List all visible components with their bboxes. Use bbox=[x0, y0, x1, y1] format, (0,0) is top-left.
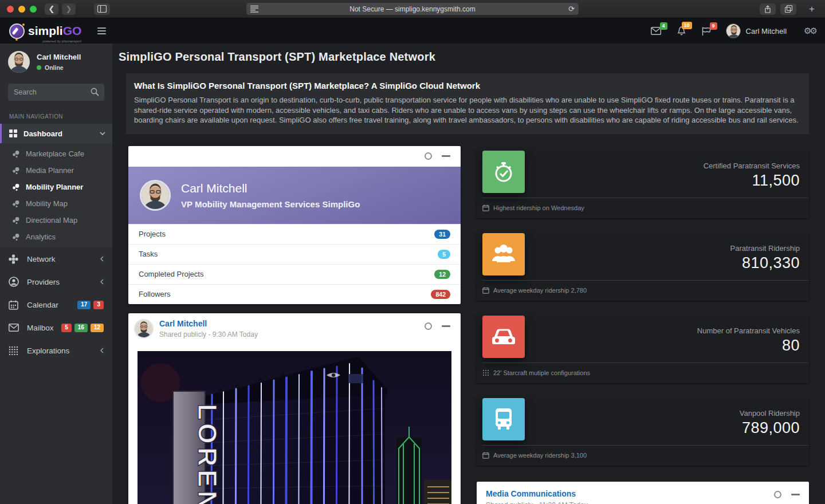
calendar-badge: 3 bbox=[93, 301, 104, 309]
close-window-button[interactable] bbox=[7, 6, 14, 13]
page-title: SimpliGO Personal Transport (SPT) Market… bbox=[119, 50, 809, 64]
sidebar-item-mailbox[interactable]: Mailbox 5 16 12 bbox=[0, 316, 112, 339]
stat-label: Number of Paratransit Vehicles bbox=[486, 326, 800, 335]
chevron-left-icon bbox=[100, 256, 104, 262]
brand-logo[interactable]: simpliGO powered by phptransport bbox=[9, 23, 81, 39]
sidebar-item-network[interactable]: Network bbox=[0, 247, 112, 270]
profile-stat-row[interactable]: Completed Projects 12 bbox=[128, 264, 461, 284]
mailbox-badge: 12 bbox=[91, 324, 104, 332]
reload-icon[interactable]: ⟳ bbox=[568, 5, 575, 13]
sidebar-item-mobility-planner[interactable]: Mobility Planner bbox=[0, 179, 112, 195]
forward-button[interactable]: ❯ bbox=[62, 3, 76, 15]
bus-icon bbox=[482, 398, 525, 440]
tabs-overview-button[interactable] bbox=[780, 3, 796, 15]
sidebar-icon bbox=[97, 5, 107, 13]
online-status-dot bbox=[37, 65, 41, 70]
sidebar-item-providers[interactable]: Providers bbox=[0, 270, 112, 293]
stat-label: Certified Paratransit Services bbox=[486, 162, 800, 170]
dashboard-submenu: Marketplace Cafe Media Planner Mobility … bbox=[0, 143, 112, 247]
card-refresh-icon[interactable] bbox=[425, 152, 432, 160]
zoom-window-button[interactable] bbox=[30, 6, 37, 13]
sidebar-item-marketplace-cafe[interactable]: Marketplace Cafe bbox=[0, 145, 112, 162]
profile-stat-row[interactable]: Tasks 5 bbox=[128, 244, 461, 264]
browser-chrome: ❮ ❯ Not Secure — simpligo.kennygsmith.co… bbox=[0, 0, 825, 18]
url-text: Not Secure — simpligo.kennygsmith.com bbox=[349, 5, 475, 13]
main-content: SimpliGO Personal Transport (SPT) Market… bbox=[112, 44, 825, 504]
intro-body: SimpliGO Personal Transport is an origin… bbox=[134, 95, 801, 125]
flags-button[interactable]: 9 bbox=[702, 27, 711, 36]
post-card: Carl Mitchell Shared publicly - 9:30 AM … bbox=[128, 313, 461, 504]
brand-logo-text: simpliGO bbox=[28, 25, 81, 37]
card-refresh-icon[interactable] bbox=[425, 322, 432, 330]
card-collapse-icon[interactable] bbox=[791, 494, 800, 495]
media-card-meta: Shared publicly - 11:30 AM Today bbox=[486, 501, 800, 504]
stat-card-paratransit-ridership: Paratransit Ridership 810,330 Average we… bbox=[477, 234, 809, 301]
count-badge: 31 bbox=[434, 230, 450, 239]
media-card-title-link[interactable]: Media Communications bbox=[486, 489, 800, 498]
app-navbar: simpliGO powered by phptransport 4 10 9 … bbox=[0, 18, 825, 44]
stat-footer: 22' Starcraft mutiple configurations bbox=[493, 369, 590, 376]
stat-value: 789,000 bbox=[486, 419, 800, 437]
post-photo-lorenzo-hotel: LORENZO bbox=[138, 351, 451, 504]
dots-cluster-icon bbox=[12, 150, 20, 158]
count-badge: 5 bbox=[438, 250, 450, 259]
post-meta: Shared publicly - 9:30 AM Today bbox=[159, 330, 258, 338]
profile-stat-row[interactable]: Projects 31 bbox=[128, 224, 461, 244]
stat-card-certified-paratransit: Certified Paratransit Services 11,500 Hi… bbox=[477, 152, 809, 218]
calendar-icon bbox=[482, 287, 489, 294]
chevron-down-icon bbox=[100, 132, 105, 135]
sidebar-item-media-planner[interactable]: Media Planner bbox=[0, 162, 112, 179]
sidebar-toggle-button[interactable] bbox=[94, 3, 110, 15]
chrome-right-controls: + bbox=[755, 3, 818, 15]
car-icon bbox=[482, 316, 525, 358]
stat-value: 810,330 bbox=[486, 254, 800, 272]
profile-name: Carl Mitchell bbox=[181, 182, 360, 195]
post-author-link[interactable]: Carl Mitchell bbox=[159, 319, 258, 328]
dots-grid-icon bbox=[482, 369, 489, 376]
share-button[interactable] bbox=[760, 3, 776, 15]
sidebar: Carl Mitchell Online MAIN NAVIGATION Das… bbox=[0, 44, 112, 504]
settings-button[interactable]: ⚙⚙ bbox=[804, 26, 816, 36]
calendar-icon bbox=[482, 452, 489, 459]
reader-view-icon[interactable] bbox=[250, 5, 258, 13]
notifications-button[interactable]: 10 bbox=[677, 26, 686, 36]
sidebar-item-mobility-map[interactable]: Mobility Map bbox=[0, 195, 112, 212]
envelope-icon bbox=[9, 324, 20, 332]
dashboard-grid-icon bbox=[9, 129, 17, 137]
minimize-window-button[interactable] bbox=[18, 6, 25, 13]
envelope-icon bbox=[651, 27, 661, 35]
dots-grid-icon bbox=[9, 346, 20, 356]
people-group-icon bbox=[482, 233, 525, 275]
profile-stat-row[interactable]: Followers 842 bbox=[128, 284, 461, 304]
user-menu[interactable]: Carl Mitchell bbox=[726, 23, 787, 38]
search-icon[interactable] bbox=[91, 88, 99, 96]
sidebar-item-directional-map[interactable]: Directional Map bbox=[0, 212, 112, 229]
stat-footer: Average weekday ridership 2,780 bbox=[493, 287, 587, 294]
address-bar[interactable]: Not Secure — simpligo.kennygsmith.com ⟳ bbox=[246, 3, 579, 15]
mailbox-badge: 5 bbox=[61, 324, 72, 332]
search-input[interactable] bbox=[8, 84, 104, 101]
sidebar-item-calendar[interactable]: Calendar 17 3 bbox=[0, 293, 112, 316]
messages-button[interactable]: 4 bbox=[651, 27, 661, 35]
sidebar-item-analytics[interactable]: Analytics bbox=[0, 229, 112, 245]
sidebar-profile[interactable]: Carl Mitchell Online bbox=[0, 44, 112, 79]
calendar-badge: 17 bbox=[77, 301, 91, 309]
menu-toggle-button[interactable] bbox=[97, 27, 106, 34]
card-refresh-icon[interactable] bbox=[774, 491, 781, 498]
messages-badge: 4 bbox=[660, 22, 667, 30]
card-collapse-icon[interactable] bbox=[442, 325, 450, 327]
dots-cluster-icon bbox=[12, 216, 20, 225]
stat-card-vanpool-ridership: Vanpool Ridership 789,000 Average weekda… bbox=[477, 399, 809, 466]
new-tab-button[interactable]: + bbox=[806, 3, 818, 15]
chevron-left-icon bbox=[100, 279, 104, 285]
stat-label: Vanpool Ridership bbox=[486, 409, 800, 418]
window-controls bbox=[7, 6, 37, 13]
card-collapse-icon[interactable] bbox=[442, 155, 450, 157]
back-button[interactable]: ❮ bbox=[45, 3, 58, 15]
sidebar-item-explorations[interactable]: Explorations bbox=[0, 339, 112, 362]
person-circle-icon bbox=[9, 277, 20, 287]
calendar-icon bbox=[9, 300, 20, 310]
intro-heading: What Is SimpliGO Personal Transport (SPT… bbox=[134, 81, 801, 90]
sidebar-item-dashboard[interactable]: Dashboard bbox=[0, 124, 112, 143]
sidebar-section-label: MAIN NAVIGATION bbox=[9, 113, 103, 120]
